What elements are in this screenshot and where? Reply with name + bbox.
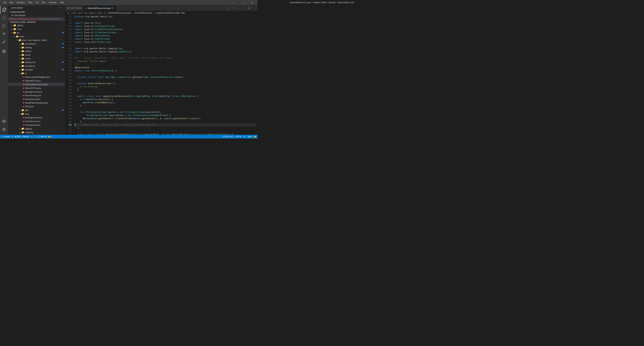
tree-github[interactable]: ▸ 📁 .github: [8, 23, 65, 27]
menu-run[interactable]: Run: [40, 1, 47, 4]
tree-io[interactable]: ▾ 📂 io: [8, 71, 65, 75]
tab-close-button[interactable]: ✕: [112, 7, 114, 9]
section-open-editors[interactable]: ▾ OPEN EDITORS: [8, 11, 65, 13]
tree-jdbc[interactable]: ▸ 📁 jdbc: [8, 108, 65, 112]
tree-usesjava7[interactable]: ■ UsesJava7.java: [8, 119, 65, 123]
code-content[interactable]: package org.apache.ibatis.io; import jav…: [74, 15, 256, 135]
breadcrumb-method[interactable]: copyExternalResource(file, File): [156, 12, 185, 14]
status-position[interactable]: Ln 50, Col 1: [222, 135, 234, 138]
sidebar-more-icon[interactable]: ···: [59, 6, 62, 9]
tree-mvn[interactable]: ▸ 📁 .mvn: [8, 27, 65, 31]
menu-view[interactable]: View: [27, 1, 34, 4]
debug-button[interactable]: ▷▾: [232, 6, 236, 10]
menu-selection[interactable]: Selection: [15, 1, 26, 4]
folder-icon-java-path: 📂: [18, 39, 22, 41]
tree-externalresources[interactable]: ■ ExternalResources.java: [8, 82, 65, 86]
split-editor-button[interactable]: ⊟: [246, 6, 251, 10]
tree-builder[interactable]: ▸ 📁 builder: [8, 49, 65, 53]
title-bar-left: File Edit Selection View Go Run Terminal…: [2, 1, 65, 4]
activity-debug[interactable]: [0, 30, 8, 38]
breadcrumb-apache[interactable]: apache: [89, 12, 95, 14]
close-icon[interactable]: ✕: [10, 18, 11, 20]
status-sync[interactable]: ↻: [12, 135, 14, 138]
tree-lang[interactable]: ▾ 📂 lang: [8, 112, 65, 116]
open-editor-external-resources[interactable]: ✕ ■ ExternalResources.java src/main/java…: [8, 17, 65, 21]
status-encoding[interactable]: UTF-8: [236, 135, 241, 138]
tree-datasource[interactable]: ▸ 📁 datasource: [8, 60, 65, 64]
menu-help[interactable]: Help: [58, 1, 66, 4]
menu-edit[interactable]: Edit: [8, 1, 14, 4]
tree-serialfilterchecker[interactable]: ■ SerialFilterChecker.java: [8, 101, 65, 105]
activity-settings[interactable]: [0, 125, 8, 133]
minimap[interactable]: [256, 15, 258, 135]
menu-file[interactable]: File: [2, 1, 8, 4]
code-line-19: import java.io.FileInputStream;: [75, 24, 256, 28]
menu-terminal[interactable]: Terminal: [48, 1, 58, 4]
tree-mapping[interactable]: ▸ 📁 mapping: [8, 130, 65, 134]
breadcrumb-src[interactable]: src: [67, 12, 70, 14]
code-line-33: public class ExternalResources {: [75, 69, 256, 72]
section-mybatis[interactable]: ▾ MYBATIS-3 [WSL: UBUNTU]: [8, 21, 65, 23]
code-line-45: [75, 107, 256, 110]
close-button[interactable]: ✕: [248, 0, 256, 5]
activity-accounts[interactable]: [0, 117, 8, 125]
tree-src[interactable]: ▾ 📂 src: [8, 31, 65, 34]
run-button[interactable]: ▷: [226, 6, 231, 10]
status-branch[interactable]: ⎇ master: [1, 135, 10, 138]
tree-defaultvfs[interactable]: ■ DefaultVFS.java: [8, 79, 65, 82]
code-line-48: destination.getChannel().transferFrom(so…: [75, 117, 256, 120]
maximize-button[interactable]: □: [239, 0, 247, 5]
breadcrumb-org[interactable]: org: [84, 12, 87, 14]
code-line-26: import org.apache.ibatis.logging.Log;: [75, 47, 256, 50]
breadcrumb-filename[interactable]: ExternalResources.java: [110, 12, 131, 14]
code-line-53: public static String getConfiguredTempla…: [75, 133, 256, 135]
error-icon: ✕ 0: [30, 135, 34, 138]
more-actions-button[interactable]: ···: [252, 6, 256, 10]
tree-lang-packageinfo[interactable]: ■ package-info.java: [8, 116, 65, 119]
open-editor-get-started[interactable]: ⚙ Get Started: [8, 13, 65, 17]
tree-vfs[interactable]: ■ VFS.java: [8, 105, 65, 108]
tab-external-resources[interactable]: ■ ExternalResources.java ✕: [84, 5, 116, 11]
tree-jboss6vfs[interactable]: ■ JBoss6VFS.java: [8, 86, 65, 90]
tab-get-started[interactable]: ⚙ Get Started: [65, 5, 84, 11]
tree-annotations[interactable]: ▸ 📁 annotations: [8, 42, 65, 46]
status-errors[interactable]: ✕ 0 △ 0 ⓘ 296 16: [30, 135, 47, 138]
tree-cursor[interactable]: ▸ 📁 cursor: [8, 57, 65, 60]
go-forward-button[interactable]: →: [242, 6, 246, 10]
minimize-button[interactable]: ─: [230, 0, 238, 5]
status-bell[interactable]: 🔔: [254, 135, 256, 138]
breadcrumb-java[interactable]: java: [78, 12, 82, 14]
tree-exceptions[interactable]: ▸ 📁 exceptions: [8, 64, 65, 68]
breadcrumb-ibatis[interactable]: ibatis: [98, 12, 102, 14]
breadcrumb-main[interactable]: main: [72, 12, 76, 14]
activity-scm[interactable]: [0, 22, 8, 30]
tree-usesjava8[interactable]: ■ UsesJava8.java: [8, 123, 65, 127]
tree-cache[interactable]: ▸ 📁 cache: [8, 53, 65, 57]
code-editor[interactable]: 16 17 18 19 20 21 22 23 24 25 26 27 28 2…: [65, 15, 258, 135]
tree-packageinfo[interactable]: ■ package-info.java: [8, 90, 65, 93]
tree-resolverutil[interactable]: ■ ResolverUtil.java: [8, 93, 65, 97]
activity-extensions[interactable]: [0, 38, 8, 46]
tree-java-path[interactable]: ▾ 📂 java / org / apache / ibatis: [8, 38, 65, 42]
status-line-ending[interactable]: LF: [243, 135, 246, 138]
activity-search[interactable]: [0, 14, 8, 22]
status-wsl[interactable]: ⊞ WSL: Ubuntu: [15, 135, 29, 138]
tree-executor[interactable]: ▸ 📁 executor: [8, 68, 65, 71]
activity-bar-bottom: [0, 117, 8, 135]
tree-main[interactable]: ▾ 📂 main: [8, 34, 65, 38]
editor-container: ⚙ Get Started ■ ExternalResources.java ✕…: [65, 5, 258, 135]
go-back-button[interactable]: ←: [236, 6, 241, 10]
activity-test[interactable]: [0, 47, 8, 55]
breadcrumb-class[interactable]: ExternalResources: [135, 12, 152, 14]
code-line-21: import java.io.FileOutputStream;: [75, 31, 256, 34]
activity-explorer[interactable]: [0, 6, 8, 14]
tree-classloaderwrapper[interactable]: ■ ClassLoaderWrapper.java: [8, 75, 65, 79]
breadcrumb-io[interactable]: io: [104, 12, 106, 14]
menu-go[interactable]: Go: [34, 1, 40, 4]
tree-logging[interactable]: ▸ 📁 logging: [8, 127, 65, 130]
status-language[interactable]: Java: [248, 135, 252, 138]
code-line-39: }: [75, 88, 256, 91]
tree-binding[interactable]: ▸ 📁 binding: [8, 46, 65, 49]
status-notification[interactable]: 🔔 1: [48, 135, 52, 138]
tree-resources[interactable]: ■ Resources.java: [8, 97, 65, 101]
